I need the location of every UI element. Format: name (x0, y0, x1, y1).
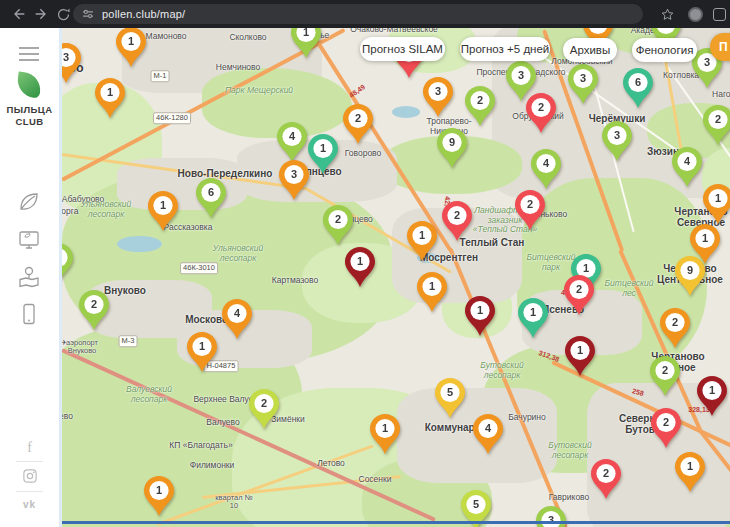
map-pin-green-4[interactable]: 4 (277, 121, 307, 163)
map-pin-red-2[interactable]: 2 (526, 92, 556, 134)
map-label: Парк Мещерский (225, 86, 293, 96)
map-pin-orange-1[interactable]: 1 (417, 271, 447, 313)
map-pin-orange-1[interactable]: 1 (370, 413, 400, 455)
pollen-partial-button[interactable]: П (710, 33, 730, 61)
map-pin-green-6[interactable]: 6 (196, 177, 226, 219)
map-pin-green-2[interactable]: 2 (703, 104, 730, 146)
map-label: Валуевский лесопарк (126, 385, 172, 404)
instagram-link[interactable] (0, 469, 59, 487)
svg-text:1: 1 (160, 199, 166, 211)
map-pin-green-9[interactable]: 9 (437, 127, 467, 169)
map-pin-orange-2[interactable]: 2 (343, 103, 373, 145)
monitor-icon (17, 228, 41, 252)
svg-text:2: 2 (261, 397, 267, 409)
map-pin-orange-3[interactable]: 3 (423, 76, 453, 118)
map-pin-teal-6[interactable]: 6 (623, 67, 653, 109)
svg-text:3: 3 (704, 56, 710, 68)
url-bar[interactable]: pollen.club/map/ (73, 4, 643, 24)
map-label: Сосенки (358, 475, 391, 485)
forecast-5day-button[interactable]: Прогноз +5 дней (460, 37, 550, 61)
map-pin-green-2[interactable]: 2 (79, 289, 109, 331)
map-pin-red-2[interactable]: 2 (564, 274, 594, 316)
map-pin-darkred-1[interactable]: 1 (565, 335, 595, 377)
vk-link[interactable]: vk (0, 499, 59, 510)
svg-text:1: 1 (419, 229, 425, 241)
map-pin-orange-1[interactable]: 1 (187, 331, 217, 373)
map-pin-darkred-1[interactable]: 1 (465, 295, 495, 337)
sidebar-item-pollen[interactable] (17, 190, 41, 214)
map-pin-green-2[interactable]: 2 (650, 355, 680, 397)
map-pin-lime-2[interactable]: 2 (249, 388, 279, 430)
svg-text:4: 4 (543, 157, 550, 169)
svg-text:4: 4 (234, 307, 241, 319)
map-pin-orange-3[interactable]: 3 (279, 159, 309, 201)
bookmark-star-button[interactable] (656, 3, 678, 25)
profile-icon[interactable] (688, 7, 703, 22)
map-pin-green-4[interactable]: 4 (531, 148, 561, 190)
brand-name: ПЫЛЬЦА CLUB (0, 104, 59, 128)
map-pin-green-1[interactable]: 1 (291, 28, 321, 59)
forward-button[interactable] (30, 3, 52, 25)
road-badge: 46К-1280 (153, 112, 191, 124)
pollen-map[interactable]: овоМамоновоСколковоЗаречьеОчаково-Матвее… (62, 28, 730, 527)
svg-text:2: 2 (662, 364, 668, 376)
forecast-silam-button[interactable]: Прогноз SILAM (360, 37, 445, 61)
map-pin-red-2[interactable]: 2 (442, 200, 472, 242)
extensions-icon[interactable] (713, 8, 726, 21)
map-bottom-divider (62, 521, 730, 524)
svg-text:1: 1 (530, 306, 536, 318)
map-pin-orange-1[interactable]: 1 (116, 28, 146, 68)
leaf-icon (17, 190, 41, 214)
map-pin-red-2[interactable]: 2 (651, 407, 681, 449)
forward-arrow-icon (33, 6, 49, 22)
map-pin-orange-1[interactable]: 1 (148, 190, 178, 232)
back-button[interactable] (8, 3, 30, 25)
map-pin-teal-1[interactable]: 1 (308, 133, 338, 175)
road-number: 48,49 (348, 83, 366, 99)
svg-text:1: 1 (663, 28, 669, 30)
leaf-logo-icon[interactable] (15, 71, 42, 98)
map-pin-orange-3[interactable]: 3 (62, 42, 81, 84)
map-pin-green-2[interactable]: 2 (465, 85, 495, 127)
brand-line2: CLUB (0, 116, 59, 128)
sidebar-item-map[interactable] (17, 265, 41, 289)
map-pin-orange-2[interactable]: 2 (660, 307, 690, 349)
map-pin-darkred-1[interactable]: 1 (345, 246, 375, 288)
reload-button[interactable] (52, 3, 74, 25)
map-pin-orange-1[interactable]: 1 (95, 77, 125, 119)
map-pin-green-3[interactable]: 3 (602, 120, 632, 162)
map-pin-orange-1[interactable]: 1 (144, 475, 174, 517)
map-pin-green-1[interactable]: 1 (62, 242, 73, 284)
divider (16, 491, 43, 492)
person-map-icon (17, 265, 41, 289)
archives-button[interactable]: Архивы (563, 38, 617, 62)
map-pin-orange-4[interactable]: 4 (473, 413, 503, 455)
map-pin-green-3[interactable]: 3 (568, 63, 598, 105)
map-pin-green-4[interactable]: 4 (672, 146, 702, 188)
menu-button[interactable] (19, 43, 39, 65)
map-pin-green-2[interactable]: 2 (323, 204, 353, 246)
phenology-button[interactable]: Фенология (632, 38, 697, 62)
map-pin-yellow-9[interactable]: 9 (675, 255, 705, 297)
map-label: торга (62, 207, 78, 217)
map-pin-orange-1[interactable]: 1 (407, 220, 437, 262)
map-pin-orange-1[interactable]: 1 (675, 451, 705, 493)
map-pin-teal-1[interactable]: 1 (518, 297, 548, 339)
map-pin-orange-4[interactable]: 4 (222, 298, 252, 340)
menu-icon (19, 47, 39, 49)
svg-text:1: 1 (107, 86, 113, 98)
sidebar-item-mobile-app[interactable] (17, 302, 41, 326)
svg-text:1: 1 (687, 460, 693, 472)
map-pin-red-2[interactable]: 2 (591, 458, 621, 500)
map-pin-yellow-5[interactable]: 5 (435, 377, 465, 419)
browser-toolbar: pollen.club/map/ (0, 0, 730, 28)
svg-text:1: 1 (709, 384, 715, 396)
map-label: Сколково (229, 33, 266, 43)
map-pin-red-2[interactable]: 2 (515, 189, 545, 231)
map-pin-orange-1[interactable]: 1 (703, 183, 730, 225)
map-pin-darkred-1[interactable]: 1 (697, 375, 727, 417)
svg-text:1: 1 (702, 232, 708, 244)
facebook-link[interactable]: f (0, 440, 59, 456)
sidebar-item-monitoring[interactable] (17, 228, 41, 252)
map-label: Летово (317, 459, 345, 469)
